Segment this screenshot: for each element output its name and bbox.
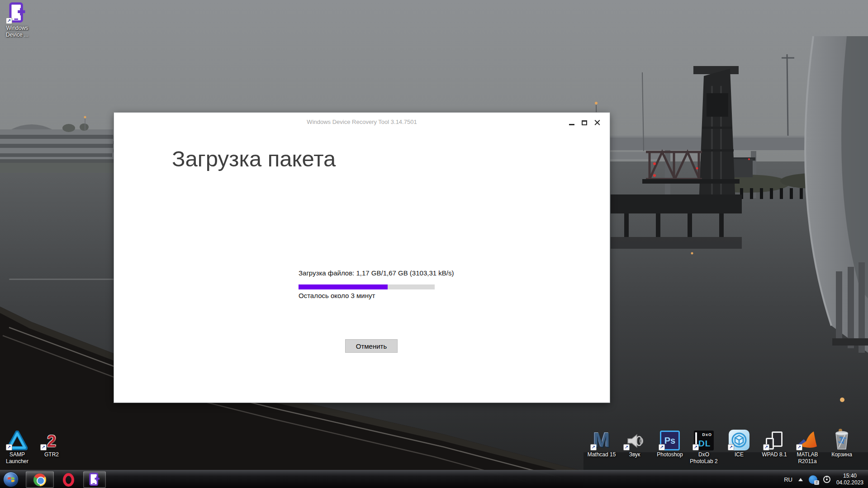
system-tray: RU 2 15:40 04.02.2023 bbox=[784, 470, 865, 488]
shortcut-arrow-icon: ↗ bbox=[693, 444, 699, 450]
shortcut-arrow-icon: ↗ bbox=[763, 444, 769, 450]
start-button[interactable] bbox=[3, 472, 19, 487]
clock-time: 15:40 bbox=[836, 473, 863, 479]
tray-badge: 2 bbox=[814, 480, 819, 485]
wdrt-phone-icon bbox=[89, 473, 100, 487]
clock[interactable]: 15:40 04.02.2023 bbox=[836, 473, 865, 486]
desktop-icon-sound[interactable]: ↗ Звук bbox=[617, 428, 652, 458]
desktop-icon-label: WPAD 8.1 bbox=[757, 451, 792, 458]
download-status-text: Загрузка файлов: 1,17 GB/1,67 GB (3103,3… bbox=[299, 269, 454, 277]
desktop-icon-windows-device-recovery-tool[interactable]: ↗ Windows Device ... bbox=[0, 1, 34, 38]
window-title: Windows Device Recovery Tool 3.14.7501 bbox=[114, 118, 610, 125]
shortcut-arrow-icon: ↗ bbox=[6, 18, 12, 24]
progress-bar bbox=[299, 284, 435, 289]
desktop-icon-gtr2[interactable]: 2 ↗ GTR2 bbox=[34, 428, 69, 458]
desktop-icon-mathcad[interactable]: M ↗ Mathcad 15 bbox=[584, 428, 619, 458]
desktop-icon-samp-launcher[interactable]: ↗ SAMP Launcher bbox=[0, 428, 34, 465]
desktop-icon-label: SAMP Launcher bbox=[0, 451, 34, 465]
desktop-icon-label: Photoshop bbox=[653, 451, 687, 458]
gtr2-logo-icon: 2 bbox=[47, 432, 56, 450]
cancel-button[interactable]: Отменить bbox=[345, 339, 398, 353]
desktop-icon-label: Корзина bbox=[825, 451, 859, 458]
shortcut-arrow-icon: ↗ bbox=[659, 444, 665, 450]
page-title: Загрузка пакета bbox=[172, 146, 336, 171]
desktop-icon-recycle-bin[interactable]: Корзина bbox=[825, 428, 859, 458]
shortcut-arrow-icon: ↗ bbox=[590, 444, 597, 450]
tray-app-icon[interactable]: 2 bbox=[809, 475, 817, 484]
language-indicator[interactable]: RU bbox=[784, 476, 792, 483]
minimize-button[interactable] bbox=[565, 117, 578, 128]
shortcut-arrow-icon: ↗ bbox=[6, 444, 12, 450]
shortcut-arrow-icon: ↗ bbox=[40, 444, 47, 450]
shortcut-arrow-icon: ↗ bbox=[728, 444, 734, 450]
progress-fill bbox=[299, 284, 388, 289]
desktop-icon-ice[interactable]: ↗ ICE bbox=[722, 428, 756, 458]
desktop-icon-label: ICE bbox=[722, 451, 756, 458]
shortcut-arrow-icon: ↗ bbox=[623, 444, 630, 450]
desktop-icon-dxo-photolab[interactable]: DxO DL ↗ DxO PhotoLab 2 bbox=[687, 428, 721, 465]
desktop: ↗ Windows Device ... ↗ SAMP Launcher 2 ↗… bbox=[0, 0, 868, 488]
desktop-icon-label: Mathcad 15 bbox=[584, 451, 619, 458]
windows-logo-icon bbox=[7, 475, 15, 484]
chrome-icon bbox=[33, 474, 46, 486]
desktop-icon-label: DxO PhotoLab 2 bbox=[687, 451, 721, 465]
taskbar-opera-button[interactable] bbox=[58, 471, 79, 488]
window-controls bbox=[565, 117, 603, 128]
clock-date: 04.02.2023 bbox=[836, 479, 863, 486]
taskbar-wdrt-button[interactable] bbox=[83, 471, 106, 488]
desktop-icon-label: MATLAB R2011a bbox=[790, 451, 825, 465]
desktop-icon-label: GTR2 bbox=[34, 451, 69, 458]
time-remaining-text: Осталось около 3 минут bbox=[299, 292, 375, 299]
opera-icon bbox=[63, 473, 74, 487]
taskbar-chrome-button[interactable] bbox=[26, 471, 54, 488]
recycle-bin-icon bbox=[833, 430, 850, 450]
maximize-button[interactable] bbox=[578, 117, 591, 128]
shortcut-arrow-icon: ↗ bbox=[796, 444, 802, 450]
close-button[interactable] bbox=[591, 117, 603, 128]
tray-record-icon[interactable] bbox=[823, 476, 830, 483]
desktop-icon-photoshop[interactable]: Ps ↗ Photoshop bbox=[653, 428, 687, 458]
desktop-icon-matlab[interactable]: ↗ MATLAB R2011a bbox=[790, 428, 825, 465]
desktop-icon-wpad[interactable]: ↗ WPAD 8.1 bbox=[757, 428, 792, 458]
desktop-icon-label: Звук bbox=[617, 451, 652, 458]
taskbar: RU 2 15:40 04.02.2023 bbox=[0, 470, 868, 488]
wdrt-window: Windows Device Recovery Tool 3.14.7501 З… bbox=[114, 113, 610, 403]
show-hidden-icons-button[interactable] bbox=[798, 478, 803, 481]
desktop-icon-label: Windows Device ... bbox=[0, 25, 34, 38]
